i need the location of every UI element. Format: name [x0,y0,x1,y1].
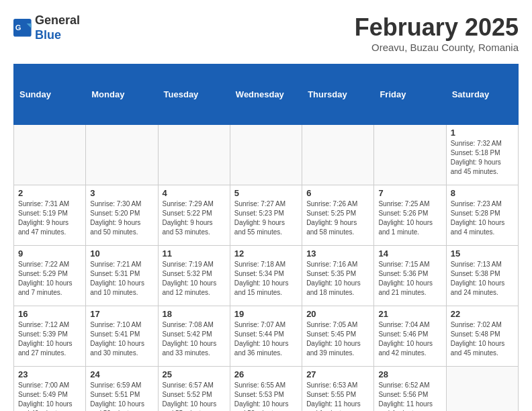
calendar-week-row: 9Sunrise: 7:22 AM Sunset: 5:29 PM Daylig… [14,246,519,306]
calendar-cell: 24Sunrise: 6:59 AM Sunset: 5:51 PM Dayli… [86,367,158,412]
day-info: Sunrise: 7:02 AM Sunset: 5:48 PM Dayligh… [451,320,514,358]
day-number: 16 [18,309,81,319]
day-number: 21 [378,309,441,319]
day-number: 5 [234,188,298,198]
calendar-cell: 9Sunrise: 7:22 AM Sunset: 5:29 PM Daylig… [14,246,86,306]
day-number: 25 [163,369,226,379]
calendar-cell: 5Sunrise: 7:27 AM Sunset: 5:23 PM Daylig… [230,185,302,246]
day-of-week-header: Tuesday [158,64,230,125]
day-info: Sunrise: 7:12 AM Sunset: 5:39 PM Dayligh… [18,320,81,358]
day-info: Sunrise: 7:10 AM Sunset: 5:41 PM Dayligh… [90,320,153,358]
calendar-cell: 23Sunrise: 7:00 AM Sunset: 5:49 PM Dayli… [14,367,86,412]
day-number: 11 [163,248,226,259]
calendar-cell: 22Sunrise: 7:02 AM Sunset: 5:48 PM Dayli… [446,306,518,367]
logo-general: General [35,13,80,28]
day-info: Sunrise: 7:23 AM Sunset: 5:28 PM Dayligh… [451,199,514,237]
calendar-cell: 12Sunrise: 7:18 AM Sunset: 5:34 PM Dayli… [230,246,302,306]
day-info: Sunrise: 7:05 AM Sunset: 5:45 PM Dayligh… [306,320,369,358]
day-number: 23 [18,369,81,379]
day-of-week-header: Friday [374,64,446,125]
calendar-cell [86,125,158,185]
day-number: 10 [90,248,153,259]
calendar-cell: 20Sunrise: 7:05 AM Sunset: 5:45 PM Dayli… [302,306,374,367]
calendar-cell: 4Sunrise: 7:29 AM Sunset: 5:22 PM Daylig… [158,185,230,246]
day-info: Sunrise: 6:53 AM Sunset: 5:55 PM Dayligh… [306,381,369,411]
day-info: Sunrise: 7:15 AM Sunset: 5:36 PM Dayligh… [378,260,441,298]
calendar-table: SundayMondayTuesdayWednesdayThursdayFrid… [13,64,519,411]
day-info: Sunrise: 7:32 AM Sunset: 5:18 PM Dayligh… [451,139,514,177]
logo-blue: Blue [35,28,80,43]
day-number: 28 [378,369,441,379]
day-number: 1 [451,128,514,138]
day-number: 24 [90,369,153,379]
calendar-cell: 28Sunrise: 6:52 AM Sunset: 5:56 PM Dayli… [374,367,446,412]
day-of-week-header: Sunday [14,64,86,125]
day-info: Sunrise: 7:00 AM Sunset: 5:49 PM Dayligh… [18,381,81,411]
svg-text:G: G [15,23,21,31]
calendar-week-row: 2Sunrise: 7:31 AM Sunset: 5:19 PM Daylig… [14,185,519,246]
calendar-cell: 26Sunrise: 6:55 AM Sunset: 5:53 PM Dayli… [230,367,302,412]
calendar-cell [302,125,374,185]
calendar-week-row: 1Sunrise: 7:32 AM Sunset: 5:18 PM Daylig… [14,125,519,185]
day-number: 2 [18,188,81,198]
calendar-cell: 16Sunrise: 7:12 AM Sunset: 5:39 PM Dayli… [14,306,86,367]
calendar-cell: 2Sunrise: 7:31 AM Sunset: 5:19 PM Daylig… [14,185,86,246]
calendar-cell: 8Sunrise: 7:23 AM Sunset: 5:28 PM Daylig… [446,185,518,246]
day-number: 18 [163,309,226,319]
month-title: February 2025 [355,13,519,42]
day-info: Sunrise: 6:57 AM Sunset: 5:52 PM Dayligh… [163,381,226,411]
day-number: 20 [306,309,369,319]
calendar-cell: 13Sunrise: 7:16 AM Sunset: 5:35 PM Dayli… [302,246,374,306]
calendar-cell: 27Sunrise: 6:53 AM Sunset: 5:55 PM Dayli… [302,367,374,412]
day-info: Sunrise: 7:16 AM Sunset: 5:35 PM Dayligh… [306,260,369,298]
day-number: 19 [234,309,298,319]
day-info: Sunrise: 7:18 AM Sunset: 5:34 PM Dayligh… [234,260,298,298]
day-info: Sunrise: 6:55 AM Sunset: 5:53 PM Dayligh… [234,381,298,411]
calendar-cell: 6Sunrise: 7:26 AM Sunset: 5:25 PM Daylig… [302,185,374,246]
day-of-week-header: Wednesday [230,64,302,125]
calendar-cell: 19Sunrise: 7:07 AM Sunset: 5:44 PM Dayli… [230,306,302,367]
calendar-cell: 18Sunrise: 7:08 AM Sunset: 5:42 PM Dayli… [158,306,230,367]
calendar-cell: 15Sunrise: 7:13 AM Sunset: 5:38 PM Dayli… [446,246,518,306]
day-info: Sunrise: 7:31 AM Sunset: 5:19 PM Dayligh… [18,199,81,237]
day-number: 14 [378,248,441,259]
day-info: Sunrise: 7:30 AM Sunset: 5:20 PM Dayligh… [90,199,153,237]
day-info: Sunrise: 7:04 AM Sunset: 5:46 PM Dayligh… [378,320,441,358]
calendar-cell: 14Sunrise: 7:15 AM Sunset: 5:36 PM Dayli… [374,246,446,306]
calendar-cell: 21Sunrise: 7:04 AM Sunset: 5:46 PM Dayli… [374,306,446,367]
day-info: Sunrise: 6:52 AM Sunset: 5:56 PM Dayligh… [378,381,441,411]
calendar-week-row: 23Sunrise: 7:00 AM Sunset: 5:49 PM Dayli… [14,367,519,412]
calendar-cell: 25Sunrise: 6:57 AM Sunset: 5:52 PM Dayli… [158,367,230,412]
title-block: February 2025 Oreavu, Buzau County, Roma… [355,13,519,53]
day-number: 6 [306,188,369,198]
day-number: 15 [451,248,514,259]
calendar-header-row: SundayMondayTuesdayWednesdayThursdayFrid… [14,64,519,125]
day-number: 4 [163,188,226,198]
calendar-cell: 17Sunrise: 7:10 AM Sunset: 5:41 PM Dayli… [86,306,158,367]
calendar-cell [446,367,518,412]
calendar-cell: 11Sunrise: 7:19 AM Sunset: 5:32 PM Dayli… [158,246,230,306]
day-number: 13 [306,248,369,259]
day-info: Sunrise: 7:22 AM Sunset: 5:29 PM Dayligh… [18,260,81,298]
day-info: Sunrise: 7:07 AM Sunset: 5:44 PM Dayligh… [234,320,298,358]
calendar-cell [374,125,446,185]
calendar-cell: 10Sunrise: 7:21 AM Sunset: 5:31 PM Dayli… [86,246,158,306]
day-number: 22 [451,309,514,319]
day-number: 17 [90,309,153,319]
day-info: Sunrise: 7:26 AM Sunset: 5:25 PM Dayligh… [306,199,369,237]
day-number: 9 [18,248,81,259]
day-number: 7 [378,188,441,198]
calendar-cell: 3Sunrise: 7:30 AM Sunset: 5:20 PM Daylig… [86,185,158,246]
day-info: Sunrise: 7:29 AM Sunset: 5:22 PM Dayligh… [163,199,226,237]
day-of-week-header: Thursday [302,64,374,125]
day-number: 27 [306,369,369,379]
location-subtitle: Oreavu, Buzau County, Romania [355,42,519,53]
day-of-week-header: Monday [86,64,158,125]
calendar-cell: 1Sunrise: 7:32 AM Sunset: 5:18 PM Daylig… [446,125,518,185]
day-info: Sunrise: 7:27 AM Sunset: 5:23 PM Dayligh… [234,199,298,237]
page-header: G General Blue February 2025 Oreavu, Buz… [13,13,519,53]
calendar-cell [14,125,86,185]
day-info: Sunrise: 7:08 AM Sunset: 5:42 PM Dayligh… [163,320,226,358]
calendar-cell [230,125,302,185]
calendar-cell: 7Sunrise: 7:25 AM Sunset: 5:26 PM Daylig… [374,185,446,246]
